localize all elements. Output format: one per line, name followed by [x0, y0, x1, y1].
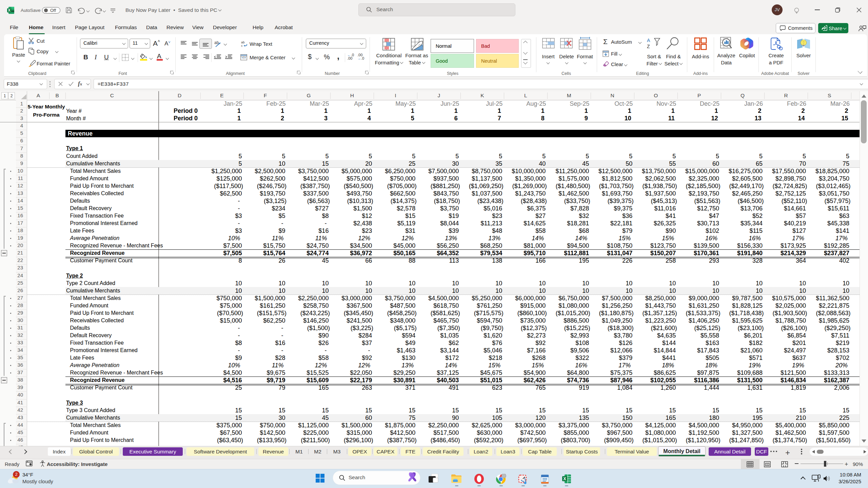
svg-text:X: X [8, 8, 11, 12]
svg-text:X: X [563, 476, 566, 481]
svg-text:Z: Z [647, 44, 650, 49]
svg-text:c: c [241, 44, 243, 47]
svg-text:A: A [647, 38, 650, 43]
